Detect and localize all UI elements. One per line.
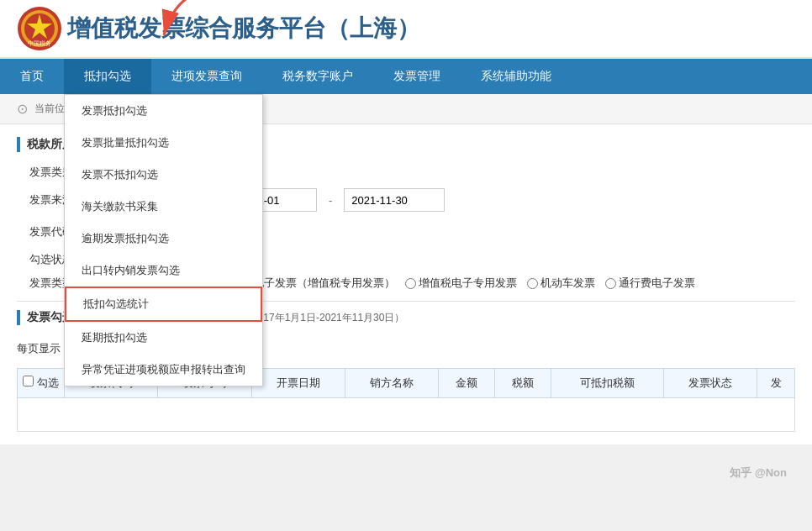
deduction-dropdown: 发票抵扣勾选 发票批量抵扣勾选 发票不抵扣勾选 海关缴款书采集 逾期发票抵扣勾选… [64, 94, 263, 386]
radio-category-jdc[interactable]: 机动车发票 [527, 276, 595, 291]
location-icon: ⊙ [17, 101, 28, 117]
col-extra: 发 [757, 369, 795, 398]
col-issue-date: 开票日期 [251, 369, 345, 398]
per-page-label: 每页显示 [17, 341, 61, 356]
end-date-input[interactable] [344, 188, 445, 212]
radio-category-txf[interactable]: 通行费电子发票 [605, 276, 695, 291]
dropdown-item-6[interactable]: 抵扣勾选统计 [65, 287, 262, 322]
dropdown-item-8[interactable]: 异常凭证进项税额应申报转出查询 [65, 354, 262, 386]
section-bar [17, 137, 20, 152]
select-all-checkbox[interactable] [23, 376, 34, 386]
nav-invoice-mgmt[interactable]: 发票管理 [373, 59, 461, 94]
dropdown-item-5[interactable]: 出口转内销发票勾选 [65, 255, 262, 287]
main-nav: 首页 抵扣勾选 发票抵扣勾选 发票批量抵扣勾选 发票不抵扣勾选 海关缴款书采集 … [0, 59, 812, 94]
col-status: 发票状态 [663, 369, 757, 398]
nav-tax-digital[interactable]: 税务数字账户 [262, 59, 373, 94]
col-tax: 税额 [495, 369, 551, 398]
page-header: 中国税务 增值税发票综合服务平台（上海） [0, 0, 812, 59]
radio-category-zzdz[interactable]: 增值税电子专用发票 [405, 276, 517, 291]
table-section-bar [17, 310, 20, 325]
red-arrow [151, 0, 227, 52]
dropdown-item-0[interactable]: 发票抵扣勾选 [65, 95, 262, 127]
breadcrumb-text: 当前位 [34, 102, 65, 116]
table-empty-row [18, 398, 795, 432]
date-separator: - [325, 194, 335, 207]
dropdown-item-1[interactable]: 发票批量抵扣勾选 [65, 127, 262, 159]
logo-emblem: 中国税务 [17, 6, 63, 52]
nav-home[interactable]: 首页 [0, 59, 64, 94]
svg-text:中国税务: 中国税务 [28, 40, 51, 47]
nav-deduction[interactable]: 抵扣勾选 发票抵扣勾选 发票批量抵扣勾选 发票不抵扣勾选 海关缴款书采集 逾期发… [64, 59, 151, 94]
col-amount: 金额 [439, 369, 495, 398]
col-checkbox: 勾选 [18, 369, 65, 398]
dropdown-item-4[interactable]: 逾期发票抵扣勾选 [65, 223, 262, 255]
dropdown-item-7[interactable]: 延期抵扣勾选 [65, 322, 262, 354]
nav-incoming[interactable]: 进项发票查询 [151, 59, 262, 94]
logo-area: 中国税务 [17, 6, 63, 52]
dropdown-item-3[interactable]: 海关缴款书采集 [65, 191, 262, 223]
nav-system-assist[interactable]: 系统辅助功能 [461, 59, 572, 94]
col-seller-name: 销方名称 [345, 369, 438, 398]
dropdown-item-2[interactable]: 发票不抵扣勾选 [65, 159, 262, 191]
col-deductible-tax: 可抵扣税额 [551, 369, 664, 398]
header-title: 增值税发票综合服务平台（上海） [67, 13, 420, 45]
